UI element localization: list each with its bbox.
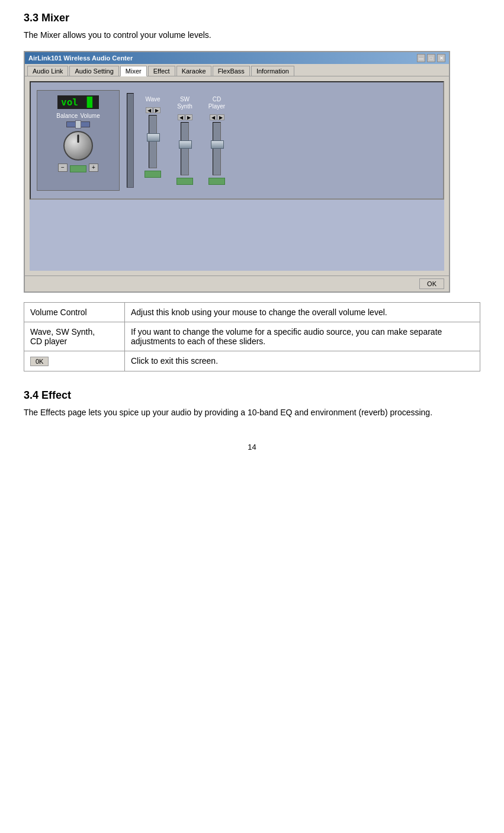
section-33-heading: 3.3 Mixer bbox=[24, 12, 480, 24]
volume-label: Volume bbox=[80, 113, 99, 119]
vol-label-row: Balance Volume bbox=[56, 113, 100, 119]
table-cell-channels-desc: If you want to change the volume for a s… bbox=[125, 322, 480, 351]
volume-plus-button[interactable]: + bbox=[89, 164, 98, 172]
section-33-intro: The Mixer allows you to control your vol… bbox=[24, 29, 480, 41]
cd-left-button[interactable]: ◀ bbox=[210, 114, 217, 120]
volume-minus-button[interactable]: − bbox=[58, 164, 68, 172]
balance-row bbox=[66, 121, 90, 127]
volume-section: vol ▐▌ Balance Volume bbox=[37, 90, 120, 191]
channels-area: Wave ◀ ▶ SWSynth ◀ bbox=[141, 96, 229, 185]
channel-wave-label: Wave bbox=[145, 96, 160, 103]
window-footer: OK bbox=[25, 275, 449, 291]
channel-wave: Wave ◀ ▶ bbox=[141, 96, 165, 178]
synth-mute-button[interactable] bbox=[176, 178, 193, 185]
table-cell-channels-label: Wave, SW Synth, CD player bbox=[24, 322, 125, 351]
vol-controls-row: − + bbox=[58, 163, 98, 172]
wave-slider-thumb[interactable] bbox=[147, 133, 160, 142]
minimize-button[interactable]: — bbox=[417, 54, 425, 62]
title-bar-text: AirLink101 Wireless Audio Center bbox=[28, 55, 133, 62]
section-34-intro: The Effects page lets you spice up your … bbox=[24, 406, 480, 419]
tab-effect[interactable]: Effect bbox=[148, 66, 175, 76]
channel-cd-player: CDPlayer ◀ ▶ bbox=[205, 96, 229, 185]
table-cell-ok-btn: 0K bbox=[24, 351, 125, 371]
mixer-extra-area bbox=[30, 200, 444, 271]
table-row-channels: Wave, SW Synth, CD player If you want to… bbox=[24, 322, 480, 351]
tab-bar: Audio Link Audio Setting Mixer Effect Ka… bbox=[25, 64, 449, 76]
channels-label-line2: CD player bbox=[30, 337, 67, 346]
title-bar-controls: — □ ✕ bbox=[417, 54, 445, 62]
synth-slider-track bbox=[181, 122, 189, 175]
tab-audio-link[interactable]: Audio Link bbox=[27, 66, 68, 76]
channel-cd-label: CDPlayer bbox=[208, 96, 225, 110]
synth-slider-thumb[interactable] bbox=[179, 140, 192, 149]
ok-image-button: 0K bbox=[30, 357, 49, 366]
mixer-table: Volume Control Adjust this knob using yo… bbox=[24, 302, 480, 371]
balance-label: Balance bbox=[56, 113, 78, 119]
cd-slider-track bbox=[213, 122, 221, 175]
window-content: vol ▐▌ Balance Volume bbox=[25, 76, 449, 275]
synth-left-button[interactable]: ◀ bbox=[178, 114, 185, 120]
maximize-button[interactable]: □ bbox=[427, 54, 435, 62]
cd-slider-thumb[interactable] bbox=[211, 140, 224, 149]
tab-karaoke[interactable]: Karaoke bbox=[176, 66, 211, 76]
mixer-panel: vol ▐▌ Balance Volume bbox=[30, 81, 444, 200]
table-cell-ok-desc: Click to exit this screen. bbox=[125, 351, 480, 371]
volume-mute-button[interactable] bbox=[70, 165, 86, 172]
channels-label-line1: Wave, SW Synth, bbox=[30, 327, 95, 337]
wave-mute-button[interactable] bbox=[145, 171, 161, 178]
cd-right-button[interactable]: ▶ bbox=[217, 114, 224, 120]
channel-sw-synth: SWSynth ◀ ▶ bbox=[173, 96, 197, 185]
cd-mute-button[interactable] bbox=[208, 178, 225, 185]
synth-right-button[interactable]: ▶ bbox=[185, 114, 192, 120]
wave-arrow-row: ◀ ▶ bbox=[146, 107, 160, 113]
wave-left-button[interactable]: ◀ bbox=[146, 107, 153, 113]
tab-audio-setting[interactable]: Audio Setting bbox=[69, 66, 118, 76]
close-button[interactable]: ✕ bbox=[437, 54, 445, 62]
volume-display: vol ▐▌ bbox=[57, 95, 99, 109]
tab-flexbass[interactable]: FlexBass bbox=[213, 66, 250, 76]
table-row-volume: Volume Control Adjust this knob using yo… bbox=[24, 303, 480, 322]
synth-arrow-row: ◀ ▶ bbox=[178, 114, 192, 120]
section-33: 3.3 Mixer The Mixer allows you to contro… bbox=[24, 12, 480, 371]
title-bar: AirLink101 Wireless Audio Center — □ ✕ bbox=[25, 52, 449, 64]
cd-arrow-row: ◀ ▶ bbox=[210, 114, 224, 120]
table-cell-volume-label: Volume Control bbox=[24, 303, 125, 322]
page-number: 14 bbox=[24, 443, 480, 451]
section-34: 3.4 Effect The Effects page lets you spi… bbox=[24, 389, 480, 419]
section-34-heading: 3.4 Effect bbox=[24, 389, 480, 402]
ok-button[interactable]: OK bbox=[419, 278, 444, 289]
tab-mixer[interactable]: Mixer bbox=[120, 66, 147, 76]
table-cell-volume-desc: Adjust this knob using your mouse to cha… bbox=[125, 303, 480, 322]
channel-synth-label: SWSynth bbox=[177, 96, 192, 110]
wave-slider-track bbox=[149, 115, 157, 168]
table-row-ok: 0K Click to exit this screen. bbox=[24, 351, 480, 371]
app-window: AirLink101 Wireless Audio Center — □ ✕ A… bbox=[24, 51, 450, 293]
wave-right-button[interactable]: ▶ bbox=[153, 107, 160, 113]
tab-information[interactable]: Information bbox=[251, 66, 294, 76]
volume-knob[interactable] bbox=[63, 131, 93, 161]
